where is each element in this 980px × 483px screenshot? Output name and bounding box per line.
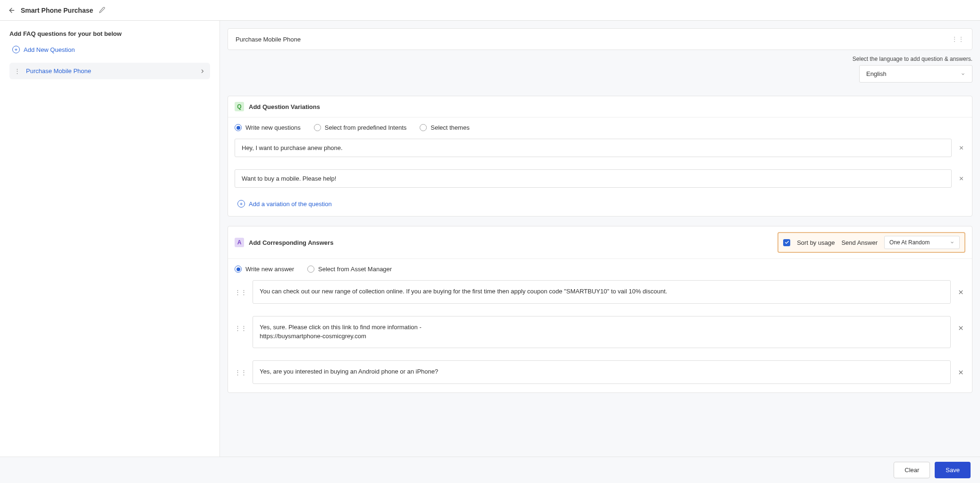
answer-input[interactable]: Yes, sure. Please click on this link to … — [253, 316, 951, 348]
card-body: Write new answer Select from Asset Manag… — [228, 259, 972, 392]
answer-source-radios: Write new answer Select from Asset Manag… — [235, 266, 965, 273]
card-header: A Add Corresponding Answers Sort by usag… — [228, 226, 972, 259]
drag-handle-icon[interactable]: ⋮⋮ — [235, 289, 247, 296]
close-icon — [957, 289, 964, 296]
radio-predefined-intents[interactable]: Select from predefined Intents — [314, 124, 406, 131]
remove-answer-button[interactable] — [956, 325, 965, 332]
question-variation-row: Want to buy a mobile. Please help! — [235, 169, 965, 188]
radio-asset-manager[interactable]: Select from Asset Manager — [307, 266, 392, 273]
chevron-down-icon — [961, 72, 965, 76]
card-header: Q Add Question Variations — [228, 96, 972, 117]
sort-by-usage-checkbox[interactable] — [783, 239, 790, 246]
remove-variation-button[interactable] — [957, 175, 965, 182]
radio-write-new-questions[interactable]: Write new questions — [235, 124, 301, 131]
question-title-card: Purchase Mobile Phone ⋮⋮ — [228, 28, 972, 50]
question-variation-input[interactable]: Want to buy a mobile. Please help! — [235, 169, 952, 188]
close-icon — [957, 369, 964, 376]
plus-circle-icon: + — [12, 46, 20, 53]
remove-answer-button[interactable] — [956, 289, 965, 296]
sidebar-question-item[interactable]: ⋮ Purchase Mobile Phone — [9, 63, 210, 79]
arrow-left-icon — [8, 7, 16, 14]
question-card-title: Add Question Variations — [249, 103, 965, 110]
page-header: Smart Phone Purchase — [0, 0, 980, 21]
radio-icon — [314, 124, 321, 131]
main-content: Purchase Mobile Phone ⋮⋮ Select the lang… — [220, 21, 980, 457]
radio-select-themes[interactable]: Select themes — [420, 124, 469, 131]
radio-icon — [235, 124, 242, 131]
question-variation-input[interactable]: Hey, I want to purchase anew phone. — [235, 139, 952, 157]
save-button[interactable]: Save — [935, 462, 971, 478]
sidebar-heading: Add FAQ questions for your bot below — [9, 30, 210, 37]
radio-label: Select themes — [431, 124, 469, 131]
chevron-right-icon — [200, 68, 205, 74]
send-answer-select[interactable]: One At Random — [884, 236, 960, 249]
question-badge-icon: Q — [235, 102, 244, 111]
question-variations-card: Q Add Question Variations Write new ques… — [228, 96, 972, 217]
answer-badge-icon: A — [235, 238, 244, 247]
check-icon — [785, 240, 789, 245]
sort-by-usage-label: Sort by usage — [797, 239, 835, 246]
page-title: Smart Phone Purchase — [21, 7, 93, 14]
clear-button[interactable]: Clear — [894, 462, 930, 478]
radio-icon — [420, 124, 427, 131]
radio-write-new-answer[interactable]: Write new answer — [235, 266, 294, 273]
add-variation-label: Add a variation of the question — [249, 200, 332, 208]
answer-options-panel: Sort by usage Send Answer One At Random — [777, 232, 965, 253]
radio-icon — [307, 266, 314, 273]
drag-handle-icon[interactable]: ⋮⋮ — [951, 35, 964, 43]
radio-label: Write new answer — [245, 266, 294, 273]
radio-icon — [235, 266, 242, 273]
question-source-radios: Write new questions Select from predefin… — [235, 124, 965, 131]
close-icon — [957, 325, 964, 332]
chevron-down-icon — [950, 240, 955, 245]
radio-label: Write new questions — [245, 124, 301, 131]
edit-title-button[interactable] — [99, 7, 106, 14]
language-label: Select the language to add question & an… — [853, 56, 972, 62]
language-select[interactable]: English — [859, 65, 972, 83]
answer-row: ⋮⋮ Yes, sure. Please click on this link … — [235, 316, 965, 348]
footer-bar: Clear Save — [0, 457, 980, 483]
remove-answer-button[interactable] — [956, 369, 965, 376]
answer-input[interactable]: You can check out our new range of colle… — [253, 280, 951, 304]
plus-circle-icon: + — [237, 200, 245, 208]
send-answer-value: One At Random — [889, 239, 929, 246]
language-row: Select the language to add question & an… — [228, 56, 972, 83]
language-value: English — [866, 70, 887, 77]
radio-label: Select from Asset Manager — [318, 266, 392, 273]
question-title-text: Purchase Mobile Phone — [236, 36, 301, 43]
back-button[interactable] — [8, 6, 16, 15]
pencil-icon — [99, 7, 105, 13]
sidebar-question-label: Purchase Mobile Phone — [26, 67, 195, 75]
add-variation-button[interactable]: + Add a variation of the question — [235, 200, 965, 208]
drag-handle-icon[interactable]: ⋮ — [14, 67, 21, 75]
drag-handle-icon[interactable]: ⋮⋮ — [235, 325, 247, 332]
answer-card-title: Add Corresponding Answers — [249, 239, 773, 246]
drag-handle-icon[interactable]: ⋮⋮ — [235, 369, 247, 376]
sidebar: Add FAQ questions for your bot below + A… — [0, 21, 220, 457]
card-body: Write new questions Select from predefin… — [228, 117, 972, 216]
answer-row: ⋮⋮ Yes, are you interested in buying an … — [235, 360, 965, 384]
answer-row: ⋮⋮ You can check out our new range of co… — [235, 280, 965, 304]
remove-variation-button[interactable] — [957, 145, 965, 151]
add-new-question-label: Add New Question — [24, 46, 75, 53]
radio-label: Select from predefined Intents — [325, 124, 406, 131]
close-icon — [958, 175, 964, 182]
answer-input[interactable]: Yes, are you interested in buying an And… — [253, 360, 951, 384]
add-new-question-button[interactable]: + Add New Question — [9, 44, 210, 55]
answers-card: A Add Corresponding Answers Sort by usag… — [228, 226, 972, 393]
question-variation-row: Hey, I want to purchase anew phone. — [235, 139, 965, 157]
close-icon — [958, 145, 964, 151]
send-answer-label: Send Answer — [841, 239, 878, 246]
